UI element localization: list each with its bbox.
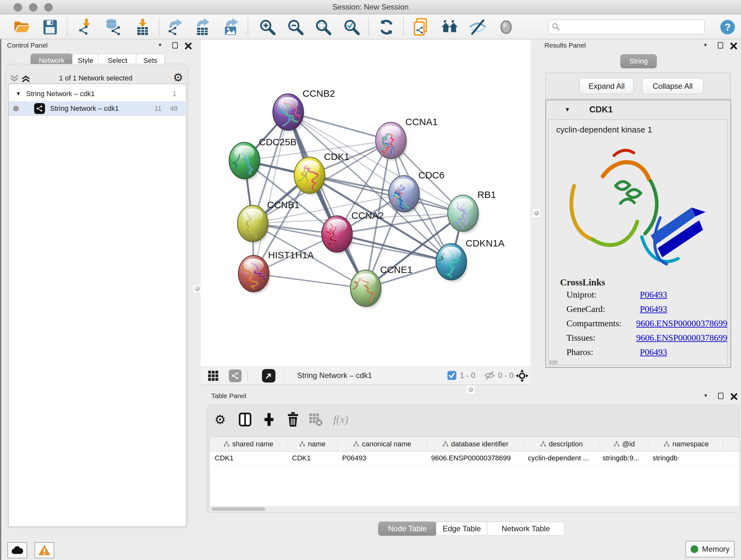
table-row[interactable]: CDK1CDK1P064939606.ENSP00000378699cyclin… xyxy=(210,451,739,466)
tab-string[interactable]: String xyxy=(620,54,657,68)
refresh-icon[interactable] xyxy=(377,18,396,36)
hidden-eye-icon[interactable] xyxy=(484,371,495,381)
node-HIST1H1A[interactable] xyxy=(239,255,272,293)
node-label-RB1: RB1 xyxy=(477,189,496,200)
crosslink-link[interactable]: P06493 xyxy=(640,304,667,314)
search-input[interactable] xyxy=(548,19,704,34)
import-table-file-icon[interactable] xyxy=(133,18,152,36)
node-label-CCNE1: CCNE1 xyxy=(380,264,413,275)
grid-mode-icon[interactable] xyxy=(208,370,219,382)
network-badge-icon[interactable] xyxy=(229,369,242,382)
table-cell: 9606.ENSP00000378699 xyxy=(426,451,523,465)
birdseye-crosshair-icon[interactable] xyxy=(515,369,529,384)
column-header-database-identifier[interactable]: database identifier xyxy=(427,437,524,451)
table-function-builder-icon[interactable]: f(x) xyxy=(332,411,350,428)
table-panel-float-icon[interactable] xyxy=(718,393,724,399)
title-bar: Session: New Session xyxy=(0,0,741,14)
selected-count-badge: 1 - 0 xyxy=(460,371,475,380)
import-network-file-icon[interactable] xyxy=(77,18,96,36)
results-panel-float-icon[interactable] xyxy=(718,42,723,49)
table-delete-column-icon[interactable] xyxy=(307,411,325,428)
table-panel-collapse-icon[interactable]: ▼ xyxy=(703,393,708,398)
node-CDC25B[interactable] xyxy=(229,142,260,182)
memory-button[interactable]: Memory xyxy=(685,541,735,557)
column-header-name[interactable]: name xyxy=(287,437,338,451)
node-label-CDC25B: CDC25B xyxy=(259,137,296,147)
column-header-description[interactable]: description xyxy=(524,437,599,451)
node-label-CCNB1: CCNB1 xyxy=(267,199,300,210)
collection-count: 1 xyxy=(173,90,177,98)
expand-all-button[interactable]: Expand All xyxy=(580,78,634,94)
control-panel-collapse-icon[interactable]: ▼ xyxy=(158,42,162,48)
export-image-icon[interactable] xyxy=(221,18,241,36)
open-session-icon[interactable] xyxy=(12,18,31,36)
home-icon[interactable] xyxy=(441,18,460,36)
tree-expander-icon[interactable]: ▼ xyxy=(16,91,21,97)
node-CCNB2[interactable] xyxy=(273,94,304,132)
node-CCNA1[interactable] xyxy=(373,122,407,162)
crosslink-link[interactable]: 9606.ENSP00000378699 xyxy=(636,318,727,328)
control-panel-title: Control Panel xyxy=(7,42,48,49)
tab-node-table[interactable]: Node Table xyxy=(378,522,436,536)
crosslink-link[interactable]: 9606.ENSP00000378699 xyxy=(636,333,727,343)
column-header-canonical-name[interactable]: canonical name xyxy=(338,437,427,451)
results-hscroll-thumb[interactable] xyxy=(549,361,557,364)
collapse-all-button[interactable]: Collapse All xyxy=(642,78,703,94)
selected-checkbox-icon[interactable] xyxy=(447,371,457,381)
node-CCNE1[interactable] xyxy=(345,270,382,308)
right-splitter-handle[interactable] xyxy=(532,208,541,217)
column-header--id[interactable]: @id xyxy=(599,437,650,451)
collapse-all-icon[interactable] xyxy=(10,74,19,83)
save-session-icon[interactable] xyxy=(41,18,60,36)
zoom-selected-icon[interactable] xyxy=(342,18,361,36)
node-CCNA2[interactable] xyxy=(319,216,353,253)
cloud-button[interactable] xyxy=(7,542,27,558)
column-header-namespace[interactable]: namespace xyxy=(650,437,723,451)
warning-button[interactable] xyxy=(35,542,54,558)
export-network-icon[interactable] xyxy=(166,18,185,36)
results-panel-close-icon[interactable] xyxy=(730,42,738,50)
column-header-shared-name[interactable]: shared name xyxy=(210,437,287,451)
table-add-icon[interactable] xyxy=(260,411,278,428)
network-collection-row[interactable]: ▼ String Network – cdk1 1 xyxy=(9,86,185,101)
left-splitter-handle[interactable] xyxy=(193,284,202,293)
tab-network-table[interactable]: Network Table xyxy=(487,522,564,536)
node-CDKN1A[interactable] xyxy=(428,244,467,281)
table-gear-icon[interactable]: ⚙ xyxy=(211,411,229,428)
tab-edge-table[interactable]: Edge Table xyxy=(436,522,488,536)
import-network-database-icon[interactable] xyxy=(104,18,123,36)
detach-view-icon[interactable] xyxy=(262,369,275,382)
control-panel-close-icon[interactable] xyxy=(185,42,192,50)
results-panel-collapse-icon[interactable]: ▼ xyxy=(703,42,708,48)
network-row[interactable]: String Network – cdk1 11 48 xyxy=(9,101,185,116)
protein-expander-icon[interactable]: ▼ xyxy=(564,106,570,113)
export-table-icon[interactable] xyxy=(193,18,212,36)
network-canvas[interactable]: CCNB2CCNA1CDC25BCDK1CDC6RB1CCNB1CCNA2CDK… xyxy=(201,40,530,367)
zoom-fit-icon[interactable] xyxy=(314,18,333,36)
crosslink-label: Compartments: xyxy=(566,318,636,328)
edge-HIST1H1A-CCNE1 xyxy=(254,273,366,288)
window-title: Session: New Session xyxy=(0,3,741,11)
help-icon[interactable]: ? xyxy=(718,18,737,36)
table-hscroll-thumb[interactable] xyxy=(212,507,265,511)
table-panel-close-icon[interactable] xyxy=(730,393,738,400)
node-CDC6[interactable] xyxy=(389,176,420,213)
table-columns-icon[interactable] xyxy=(236,411,254,428)
application-window: Session: New Session ? Control Panel ▼ N… xyxy=(0,0,741,560)
zoom-in-icon[interactable] xyxy=(258,18,277,36)
node-CCNB1[interactable] xyxy=(238,205,269,243)
protein-header-row[interactable]: ▼ CDK1 xyxy=(546,100,731,119)
zoom-out-icon[interactable] xyxy=(286,18,305,36)
node-CDK1[interactable] xyxy=(290,157,326,195)
protein-name: CDK1 xyxy=(590,105,613,115)
node-RB1[interactable] xyxy=(448,195,479,233)
hide-unhide-icon[interactable] xyxy=(468,18,487,36)
presentation-eye-icon[interactable] xyxy=(496,18,516,36)
table-delete-icon[interactable] xyxy=(284,411,302,428)
expand-all-icon[interactable] xyxy=(21,74,30,83)
control-panel-float-icon[interactable] xyxy=(172,42,178,49)
crosslink-link[interactable]: P06493 xyxy=(640,290,667,300)
share-document-icon[interactable] xyxy=(412,18,431,36)
crosslink-link[interactable]: P06493 xyxy=(640,347,667,357)
network-options-gear-icon[interactable]: ⚙ xyxy=(173,71,183,84)
